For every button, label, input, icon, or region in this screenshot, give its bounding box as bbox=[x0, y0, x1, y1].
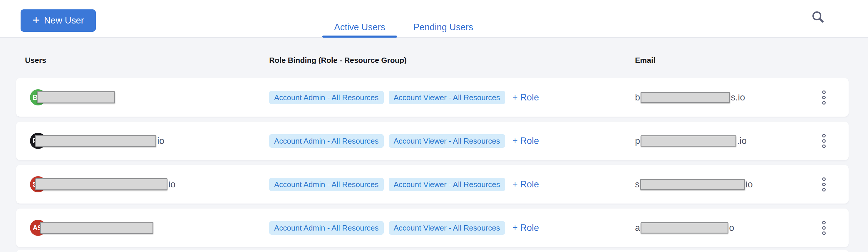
plus-icon: + bbox=[32, 13, 40, 26]
email-suffix: o bbox=[729, 223, 734, 233]
user-name-cell: io bbox=[35, 165, 176, 203]
kebab-dot-icon bbox=[822, 221, 826, 224]
redaction-box bbox=[641, 222, 728, 233]
row-menu-button[interactable] bbox=[817, 175, 831, 194]
role-binding-cell: Account Admin - All ResourcesAccount Vie… bbox=[269, 209, 539, 247]
user-name-cell bbox=[37, 78, 116, 117]
redaction-box bbox=[640, 179, 745, 190]
role-binding-cell: Account Admin - All ResourcesAccount Vie… bbox=[269, 122, 539, 160]
email-prefix: b bbox=[635, 92, 640, 103]
email-prefix: s bbox=[635, 179, 640, 190]
kebab-dot-icon bbox=[822, 134, 826, 137]
table-header-row: Users Role Binding (Role - Resource Grou… bbox=[0, 56, 868, 68]
user-table-row: SP io Account Admin - All ResourcesAccou… bbox=[16, 165, 848, 203]
role-binding-cell: Account Admin - All ResourcesAccount Vie… bbox=[269, 78, 539, 117]
kebab-dot-icon bbox=[822, 101, 826, 104]
redaction-box bbox=[40, 222, 153, 234]
email-cell: s io bbox=[635, 165, 753, 203]
email-cell: p .io bbox=[635, 122, 747, 160]
redaction-box bbox=[641, 92, 730, 103]
column-header-email: Email bbox=[635, 56, 655, 65]
role-badge: Account Viewer - All Resources bbox=[389, 178, 505, 191]
add-role-link[interactable]: + Role bbox=[513, 136, 539, 146]
kebab-dot-icon bbox=[822, 188, 826, 191]
user-rows: B Account Admin - All ResourcesAccount V… bbox=[16, 78, 848, 252]
row-menu-button[interactable] bbox=[817, 131, 831, 151]
role-badge: Account Viewer - All Resources bbox=[389, 134, 505, 148]
email-suffix: .io bbox=[737, 136, 747, 146]
role-badge: Account Viewer - All Resources bbox=[389, 91, 505, 104]
user-table-row: AS Account Admin - All ResourcesAccount … bbox=[16, 209, 848, 247]
redaction-box bbox=[35, 178, 167, 190]
tab-active-users[interactable]: Active Users bbox=[322, 17, 397, 38]
top-bar: + New User Active Users Pending Users bbox=[0, 0, 868, 38]
kebab-dot-icon bbox=[822, 183, 826, 186]
email-prefix: p bbox=[635, 136, 640, 146]
row-menu-button[interactable] bbox=[817, 218, 831, 238]
role-badge: Account Viewer - All Resources bbox=[389, 221, 505, 235]
kebab-dot-icon bbox=[822, 96, 826, 99]
next-row-partial-card bbox=[16, 250, 848, 252]
kebab-dot-icon bbox=[822, 91, 826, 94]
add-role-link[interactable]: + Role bbox=[513, 179, 539, 190]
user-name-suffix: io bbox=[168, 179, 176, 190]
redaction-box bbox=[37, 91, 115, 103]
kebab-dot-icon bbox=[822, 178, 826, 181]
column-header-role-binding: Role Binding (Role - Resource Group) bbox=[269, 56, 407, 65]
role-badge: Account Admin - All Resources bbox=[269, 134, 384, 148]
kebab-dot-icon bbox=[822, 145, 826, 148]
column-header-users: Users bbox=[25, 56, 46, 65]
email-suffix: io bbox=[746, 179, 753, 190]
user-name-cell: io bbox=[35, 122, 164, 160]
email-cell: b s.io bbox=[635, 78, 745, 117]
redaction-box bbox=[35, 135, 156, 147]
tab-bar: Active Users Pending Users bbox=[322, 17, 485, 38]
email-prefix: a bbox=[635, 223, 640, 233]
user-table-row: B Account Admin - All ResourcesAccount V… bbox=[16, 78, 848, 117]
new-user-button[interactable]: + New User bbox=[21, 9, 96, 32]
tab-pending-users[interactable]: Pending Users bbox=[402, 17, 485, 38]
role-binding-cell: Account Admin - All ResourcesAccount Vie… bbox=[269, 165, 539, 203]
kebab-dot-icon bbox=[822, 231, 826, 235]
new-user-button-label: New User bbox=[44, 15, 84, 26]
user-table-row: PP io Account Admin - All ResourcesAccou… bbox=[16, 122, 848, 160]
user-name-suffix: io bbox=[157, 136, 164, 146]
search-button[interactable] bbox=[811, 10, 825, 24]
kebab-dot-icon bbox=[822, 139, 826, 143]
search-icon bbox=[811, 21, 825, 25]
role-badge: Account Admin - All Resources bbox=[269, 178, 384, 191]
email-suffix: s.io bbox=[731, 92, 745, 103]
role-badge: Account Admin - All Resources bbox=[269, 91, 384, 104]
email-cell: a o bbox=[635, 209, 734, 247]
row-menu-button[interactable] bbox=[817, 88, 831, 107]
user-name-cell bbox=[40, 209, 154, 247]
role-badge: Account Admin - All Resources bbox=[269, 221, 384, 235]
redaction-box bbox=[641, 135, 736, 147]
add-role-link[interactable]: + Role bbox=[513, 92, 539, 103]
kebab-dot-icon bbox=[822, 226, 826, 230]
add-role-link[interactable]: + Role bbox=[513, 223, 539, 233]
